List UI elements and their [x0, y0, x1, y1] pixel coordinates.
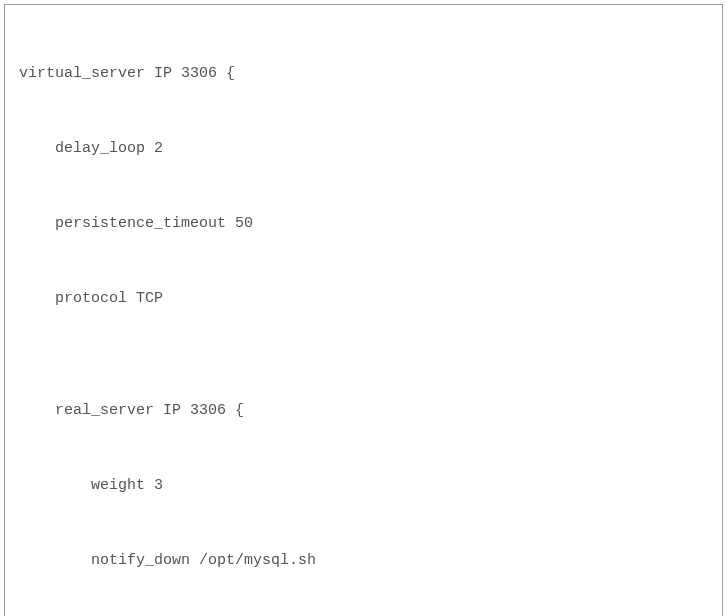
- code-line: persistence_timeout 50: [19, 205, 708, 243]
- code-line: weight 3: [19, 467, 708, 505]
- code-block: virtual_server IP 3306 { delay_loop 2 pe…: [4, 4, 723, 616]
- code-line: delay_loop 2: [19, 130, 708, 168]
- code-line: virtual_server IP 3306 {: [19, 55, 708, 93]
- code-line: notify_down /opt/mysql.sh: [19, 542, 708, 580]
- code-line: protocol TCP: [19, 280, 708, 318]
- code-line: real_server IP 3306 {: [19, 392, 708, 430]
